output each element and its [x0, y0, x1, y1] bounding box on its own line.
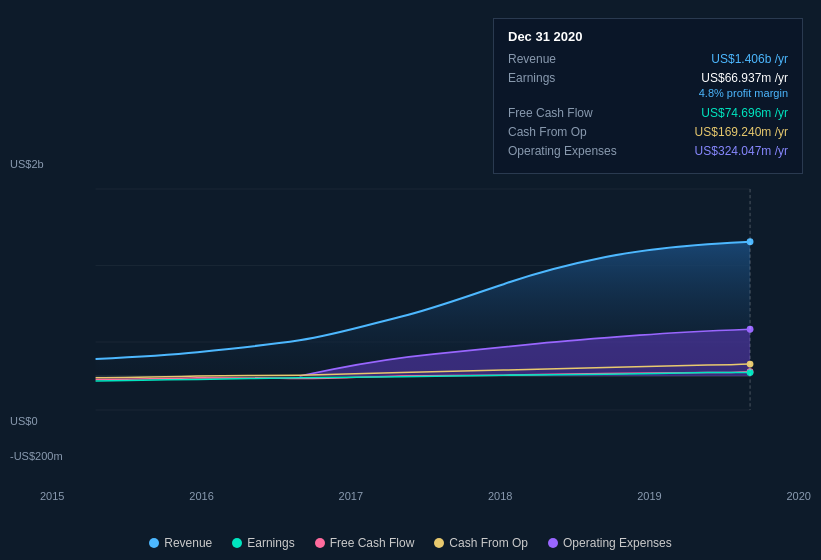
legend-dot-opexp	[548, 538, 558, 548]
x-label-2019: 2019	[637, 490, 661, 502]
legend-label-freecf: Free Cash Flow	[330, 536, 415, 550]
x-axis: 2015 2016 2017 2018 2019 2020	[40, 490, 811, 502]
legend-label-opexp: Operating Expenses	[563, 536, 672, 550]
x-label-2016: 2016	[189, 490, 213, 502]
legend-item-cashop[interactable]: Cash From Op	[434, 536, 528, 550]
tooltip-row-earnings: Earnings US$66.937m /yr 4.8% profit marg…	[508, 71, 788, 101]
legend-item-opexp[interactable]: Operating Expenses	[548, 536, 672, 550]
earnings-value: US$66.937m /yr	[699, 71, 788, 85]
legend-dot-freecf	[315, 538, 325, 548]
opexp-value: US$324.047m /yr	[695, 144, 788, 158]
x-label-2017: 2017	[339, 490, 363, 502]
cashop-value: US$169.240m /yr	[695, 125, 788, 139]
revenue-value: US$1.406b /yr	[711, 52, 788, 66]
cashop-label: Cash From Op	[508, 125, 628, 139]
earnings-label: Earnings	[508, 71, 628, 85]
tooltip-row-freecf: Free Cash Flow US$74.696m /yr	[508, 106, 788, 120]
legend-dot-earnings	[232, 538, 242, 548]
legend-item-earnings[interactable]: Earnings	[232, 536, 294, 550]
profit-margin-value: 4.8% profit margin	[699, 87, 788, 99]
tooltip-row-opexp: Operating Expenses US$324.047m /yr	[508, 144, 788, 158]
tooltip-row-cashop: Cash From Op US$169.240m /yr	[508, 125, 788, 139]
tooltip-row-revenue: Revenue US$1.406b /yr	[508, 52, 788, 66]
tooltip-card: Dec 31 2020 Revenue US$1.406b /yr Earnin…	[493, 18, 803, 174]
revenue-label: Revenue	[508, 52, 628, 66]
legend-label-earnings: Earnings	[247, 536, 294, 550]
opexp-label: Operating Expenses	[508, 144, 628, 158]
legend-dot-revenue	[149, 538, 159, 548]
x-label-2020: 2020	[786, 490, 810, 502]
freecf-label: Free Cash Flow	[508, 106, 628, 120]
freecf-value: US$74.696m /yr	[701, 106, 788, 120]
legend-label-cashop: Cash From Op	[449, 536, 528, 550]
legend-item-freecf[interactable]: Free Cash Flow	[315, 536, 415, 550]
legend-dot-cashop	[434, 538, 444, 548]
chart-svg	[0, 155, 821, 495]
legend-label-revenue: Revenue	[164, 536, 212, 550]
x-label-2018: 2018	[488, 490, 512, 502]
legend-item-revenue[interactable]: Revenue	[149, 536, 212, 550]
legend: Revenue Earnings Free Cash Flow Cash Fro…	[0, 536, 821, 550]
tooltip-title: Dec 31 2020	[508, 29, 788, 44]
x-label-2015: 2015	[40, 490, 64, 502]
